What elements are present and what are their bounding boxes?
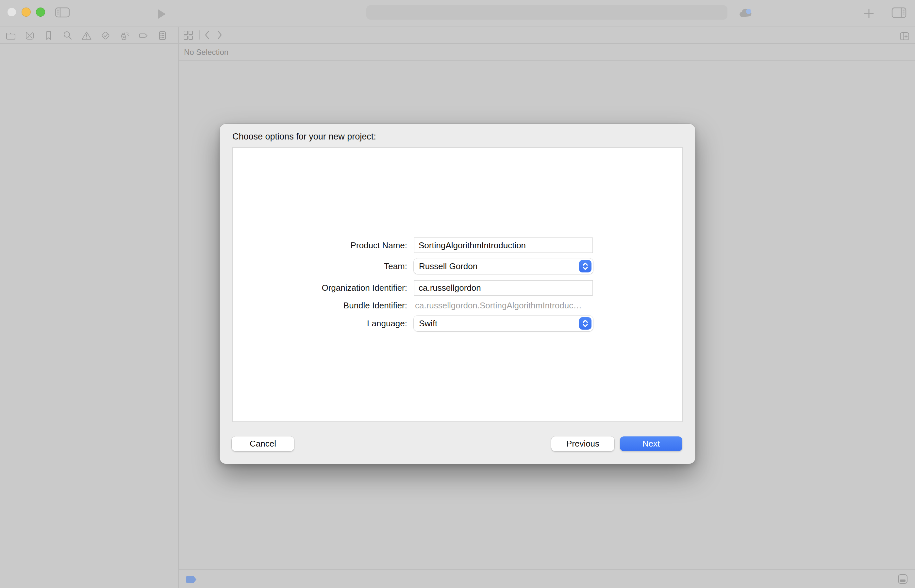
zoom-window-button[interactable] (36, 8, 45, 17)
right-panel-icon (891, 7, 907, 18)
navigator-tab-issues[interactable] (81, 29, 92, 42)
navigator-tab-debug[interactable] (119, 29, 130, 42)
next-button[interactable]: Next (620, 436, 682, 451)
organization-identifier-input[interactable] (414, 280, 593, 296)
team-row: Team: Russell Gordon (232, 258, 683, 274)
window-toolbar (0, 0, 915, 26)
close-window-button[interactable] (7, 8, 16, 17)
navigator-tab-tests[interactable] (100, 29, 111, 42)
navigator-tab-bookmarks[interactable] (43, 29, 54, 42)
new-project-options-dialog: Choose options for your new project: Pro… (220, 124, 695, 464)
organization-identifier-label: Organization Identifier: (232, 283, 407, 293)
add-editor-button[interactable] (900, 32, 909, 40)
navigator-tab-project[interactable] (5, 29, 16, 42)
plus-icon (863, 7, 875, 19)
bundle-identifier-row: Bundle Identifier: ca.russellgordon.Sort… (232, 297, 683, 313)
go-back-button[interactable] (203, 30, 211, 40)
bookmark-icon (43, 30, 54, 41)
language-row: Language: Swift (232, 315, 683, 331)
source-control-icon (24, 30, 35, 41)
product-name-row: Product Name: (232, 237, 683, 253)
chevron-left-icon (203, 30, 211, 40)
cancel-button[interactable]: Cancel (232, 436, 294, 451)
navigator-tab-find[interactable] (62, 29, 73, 42)
popup-stepper (579, 260, 592, 273)
test-diamond-icon (100, 30, 111, 42)
dialog-title: Choose options for your new project: (232, 132, 376, 142)
up-down-chevrons-icon (582, 262, 588, 270)
activity-status-pill (366, 5, 727, 19)
minimize-window-button[interactable] (21, 8, 31, 17)
cloud-icon (739, 8, 753, 18)
navigator-tab-bar (0, 27, 915, 44)
up-down-chevrons-icon (582, 319, 588, 328)
search-icon (62, 30, 73, 41)
breadcrumb: No Selection (184, 48, 228, 57)
debug-area-icon (900, 580, 905, 582)
navigator-tab-breakpoints[interactable] (138, 29, 149, 42)
toolbar-separator (199, 31, 200, 40)
product-name-input[interactable] (414, 237, 593, 253)
bundle-identifier-value: ca.russellgordon.SortingAlgorithmIntrodu… (414, 300, 582, 310)
navigator-tab-reports[interactable] (157, 29, 168, 42)
previous-button[interactable]: Previous (551, 436, 614, 451)
chevron-right-icon (216, 30, 223, 40)
popup-stepper (579, 317, 592, 330)
xcode-cloud-button[interactable] (739, 8, 753, 19)
warning-triangle-icon (81, 30, 92, 41)
related-items-button[interactable] (183, 30, 194, 40)
team-label: Team: (232, 261, 407, 271)
run-button[interactable] (157, 8, 167, 21)
team-popup[interactable]: Russell Gordon (414, 258, 593, 274)
folder-icon (5, 30, 16, 41)
toggle-debug-area-button[interactable] (898, 574, 907, 584)
report-list-icon (157, 30, 168, 41)
language-popup[interactable]: Swift (414, 315, 593, 331)
spray-bottle-icon (119, 30, 130, 42)
go-forward-button[interactable] (216, 30, 223, 40)
left-panel-icon (55, 7, 70, 18)
play-icon (157, 8, 167, 19)
debug-bar-divider (179, 569, 915, 570)
add-new-file-button[interactable] (863, 7, 875, 19)
breakpoint-tag-icon (138, 30, 149, 41)
organization-identifier-row: Organization Identifier: (232, 280, 683, 296)
language-label: Language: (232, 318, 407, 329)
navigator-tab-source-control[interactable] (24, 29, 35, 42)
product-name-label: Product Name: (232, 241, 407, 250)
split-editor-plus-icon (900, 32, 909, 40)
grid-icon (183, 30, 194, 40)
toggle-inspector-button[interactable] (891, 7, 907, 18)
toggle-navigator-button[interactable] (55, 7, 70, 18)
team-selected-value: Russell Gordon (419, 261, 477, 271)
toggle-breakpoints-button[interactable] (186, 576, 196, 583)
bundle-identifier-label: Bundle Identifier: (232, 300, 407, 311)
jump-bar: No Selection (179, 44, 915, 61)
language-selected-value: Swift (419, 318, 437, 329)
navigator-split-divider[interactable] (178, 27, 179, 588)
